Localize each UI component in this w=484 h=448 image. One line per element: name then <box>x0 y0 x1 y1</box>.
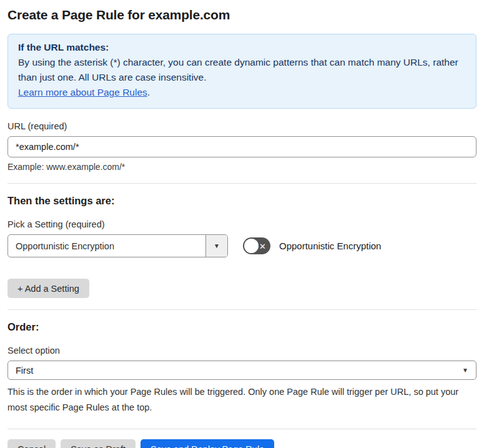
order-helper-text: This is the order in which your Page Rul… <box>7 384 477 416</box>
info-box-heading: If the URL matches: <box>18 40 466 55</box>
order-select[interactable]: First ▼ <box>7 361 477 380</box>
cancel-button[interactable]: Cancel <box>7 439 56 448</box>
setting-dropdown-button[interactable]: ▼ <box>205 235 227 257</box>
toggle-group: ✕ Opportunistic Encryption <box>243 237 381 254</box>
create-page-rule-form: Create a Page Rule for example.com If th… <box>0 0 484 448</box>
settings-section-heading: Then the settings are: <box>7 195 477 207</box>
page-title: Create a Page Rule for example.com <box>7 7 477 22</box>
add-setting-button[interactable]: + Add a Setting <box>7 279 89 298</box>
action-button-row: Cancel Save as Draft Save and Deploy Pag… <box>7 439 477 448</box>
info-box-body: By using the asterisk (*) character, you… <box>18 55 466 100</box>
url-matches-info-box: If the URL matches: By using the asteris… <box>7 34 477 109</box>
section-divider <box>7 429 477 429</box>
save-and-deploy-button[interactable]: Save and Deploy Page Rule <box>141 439 274 448</box>
chevron-down-icon: ▼ <box>462 367 468 374</box>
order-select-value: First <box>16 366 33 376</box>
chevron-down-icon: ▼ <box>214 242 220 249</box>
setting-row: Opportunistic Encryption ▼ ✕ Opportunist… <box>7 234 477 257</box>
toggle-label: Opportunistic Encryption <box>279 241 381 251</box>
opportunistic-encryption-toggle[interactable]: ✕ <box>243 237 270 254</box>
order-select-label: Select option <box>7 346 477 356</box>
setting-dropdown[interactable]: Opportunistic Encryption ▼ <box>7 234 228 257</box>
section-divider <box>7 183 477 184</box>
link-period: . <box>147 87 150 97</box>
section-divider <box>7 309 477 310</box>
toggle-knob <box>244 239 259 253</box>
url-example-helper: Example: www.example.com/* <box>7 162 477 172</box>
save-as-draft-button[interactable]: Save as Draft <box>61 439 136 448</box>
pick-setting-label: Pick a Setting (required) <box>7 219 477 229</box>
toggle-off-icon: ✕ <box>259 242 266 250</box>
order-section-heading: Order: <box>7 321 477 333</box>
setting-dropdown-value: Opportunistic Encryption <box>8 235 205 257</box>
learn-more-link[interactable]: Learn more about Page Rules <box>18 87 147 97</box>
url-field-label: URL (required) <box>7 121 477 131</box>
url-input[interactable] <box>7 136 477 157</box>
info-box-body-text: By using the asterisk (*) character, you… <box>18 57 458 82</box>
